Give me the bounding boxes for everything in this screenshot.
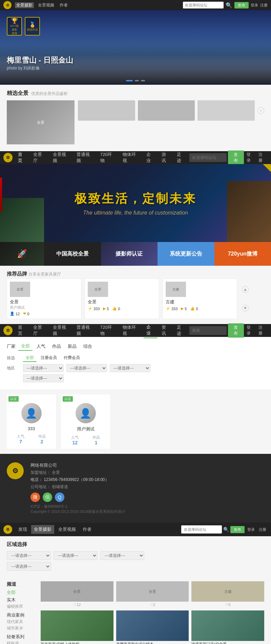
brand-up-arrow[interactable]: ▲ (242, 286, 249, 293)
featured-next-arrow[interactable]: › (257, 107, 264, 114)
thumb-img-1[interactable]: 全景 (41, 581, 113, 602)
nav3-video[interactable]: 全景视频 (50, 323, 72, 338)
top-search-input[interactable] (183, 2, 224, 8)
nav2-normal-video[interactable]: 普通视频 (74, 150, 96, 165)
bottom-nav-author[interactable]: 作者 (80, 525, 94, 534)
nav2-panorama[interactable]: 全景厅 (30, 150, 49, 165)
nav2-home[interactable]: 首页 (15, 150, 29, 165)
hero-badge-label2: 推荐 (12, 32, 17, 35)
nav3-object[interactable]: 物体环视 (120, 323, 142, 338)
nav3-panorama[interactable]: 全景厅 (30, 323, 49, 338)
bottom-register-link[interactable]: 注册 (257, 527, 268, 532)
nav2-news[interactable]: 游讯 (159, 150, 173, 165)
region-select-2[interactable]: ---请选择--- (66, 364, 107, 372)
cat-main-2[interactable]: 商业案例 (7, 612, 36, 618)
cat-btn-college[interactable]: 中国高校全景 (44, 242, 101, 266)
mfr-name-1[interactable]: 333 (10, 426, 53, 431)
featured-thumb-1[interactable] (78, 100, 135, 121)
nav3-720[interactable]: 720环物 (98, 323, 119, 338)
mfr-work-label-1: 作品 (38, 434, 46, 439)
brand-img-3a[interactable]: 古建 (166, 282, 186, 297)
qq-button[interactable]: Q (55, 492, 64, 502)
cat-btn-photo-cert[interactable]: 摄影师认证 (101, 242, 158, 266)
brand-img-1a[interactable]: 全景 (10, 282, 30, 297)
bottom-nav-photo[interactable]: 全景摄影 (31, 525, 54, 534)
brand-list: 全景 全景 用户测试 👤 12 ❤ 0 全景 全景 (7, 279, 264, 319)
cat-sub-1[interactable]: 偏锁推荐 (7, 604, 36, 609)
area-select-3[interactable]: ---请选择--- (100, 551, 144, 560)
mfr-tab-all[interactable]: 全部 (18, 342, 33, 351)
filter-registered[interactable]: 注册会员 (38, 354, 60, 362)
grid-top-row: 全景 ♡12 全景 ♡2 古建 ♡5 (41, 581, 264, 607)
mfr-tab-synthesis[interactable]: 综合 (81, 342, 95, 350)
top-publish-button[interactable]: 发布 (234, 2, 249, 8)
nav3-home[interactable]: 首页 (15, 323, 29, 338)
mfr-tab-new[interactable]: 新品 (65, 342, 79, 350)
nav3-footprint[interactable]: 足迹 (174, 323, 188, 338)
area-select-1[interactable]: ---请选择--- (7, 551, 51, 560)
thumb-img-3[interactable]: 古建 (191, 581, 264, 602)
weibo-button[interactable]: 微 (30, 492, 40, 502)
bottom-search-input[interactable] (181, 525, 222, 534)
work-icon-2: ▶ (103, 306, 106, 311)
brand-img-2a[interactable]: 全景 (88, 282, 108, 297)
nav3-normal-video[interactable]: 普通视频 (74, 323, 96, 338)
nav2-video[interactable]: 全景视频 (50, 150, 72, 165)
footer-join-val[interactable]: 全景 (52, 470, 60, 475)
nav2-720[interactable]: 720环物 (98, 150, 119, 165)
nav3-register-link[interactable]: 注册 (257, 325, 268, 336)
nav2-enterprise[interactable]: 企业 (144, 150, 158, 165)
hero-dot-3[interactable] (141, 80, 145, 81)
top-nav-author[interactable]: 作者 (58, 2, 69, 8)
nav2-object[interactable]: 物体环视 (120, 150, 142, 165)
nav2-publish-button[interactable]: 发布 (228, 150, 244, 165)
filter-paid[interactable]: 付费会员 (61, 354, 83, 362)
brand-down-arrow[interactable]: ▼ (242, 305, 249, 311)
nav3-search-input[interactable] (189, 326, 227, 335)
top-nav-video[interactable]: 全景视频 (37, 2, 56, 8)
hero-dot-1[interactable] (126, 80, 133, 81)
region-select-4[interactable]: ---请选择--- (23, 374, 64, 382)
weixin-button[interactable]: 信 (43, 492, 52, 502)
big-img-1[interactable] (41, 610, 113, 641)
pop-icon-3: ⚡ (166, 306, 170, 311)
region-select-3[interactable]: ---请选择--- (110, 364, 150, 372)
cat-sub-2a[interactable]: 现代家具 (7, 619, 36, 625)
bottom-login-link[interactable]: 登录 (246, 527, 256, 532)
nav2-search-input[interactable] (189, 153, 227, 162)
bottom-publish-button[interactable]: 发布 (230, 526, 245, 533)
nav3-enterprise[interactable]: 企业 (144, 323, 158, 338)
nav2-login-link[interactable]: 登录 (245, 152, 256, 163)
mfr-tab-popular[interactable]: 人气 (34, 342, 48, 350)
featured-main-image[interactable]: 全景 (7, 100, 75, 144)
featured-thumb-2[interactable] (138, 100, 195, 121)
mfr-tab-works[interactable]: 作品 (49, 342, 64, 350)
bottom-nav-discover[interactable]: 发现 (16, 525, 30, 534)
cat-btn-update[interactable]: 系统更新公告 (158, 242, 214, 266)
bottom-nav-video[interactable]: 全景视频 (56, 525, 79, 534)
cat-main-1[interactable]: 实木 (7, 597, 36, 603)
featured-thumb-3[interactable] (197, 100, 255, 121)
filter-all[interactable]: 全部 (23, 354, 37, 362)
nav3-publish-button[interactable]: 发布 (228, 323, 244, 338)
top-register-link[interactable]: 注册 (260, 3, 268, 8)
nav3-login-link[interactable]: 登录 (245, 325, 256, 336)
mfr-name-2[interactable]: 用户测试 (64, 426, 107, 432)
cat-main-3[interactable]: 轻奢系列 (7, 634, 36, 640)
area-select-2[interactable]: ---请选择--- (54, 551, 98, 560)
cat-sub-3[interactable]: 样板房 (7, 641, 36, 644)
big-img-3[interactable] (191, 610, 264, 641)
nav2-register-link[interactable]: 注册 (257, 152, 268, 163)
hero-dot-2[interactable] (135, 80, 139, 81)
thumb-img-2[interactable]: 全景 (116, 581, 189, 602)
cat-sub-2b[interactable]: 城市家乡 (7, 625, 36, 631)
cat-btn-microblog[interactable]: 720yun微博 (214, 242, 271, 266)
nav3-news[interactable]: 资讯 (159, 323, 173, 338)
top-nav-photo[interactable]: 全景摄影 (15, 2, 34, 8)
nav2-footprint[interactable]: 足迹 (174, 150, 188, 165)
top-login-link[interactable]: 登录 (251, 3, 258, 8)
big-img-2[interactable] (116, 610, 189, 641)
area-select-4[interactable]: ---请选择--- (7, 562, 51, 571)
freq-all[interactable]: 全部 (7, 589, 36, 596)
region-select-1[interactable]: ---请选择--- (23, 364, 64, 372)
